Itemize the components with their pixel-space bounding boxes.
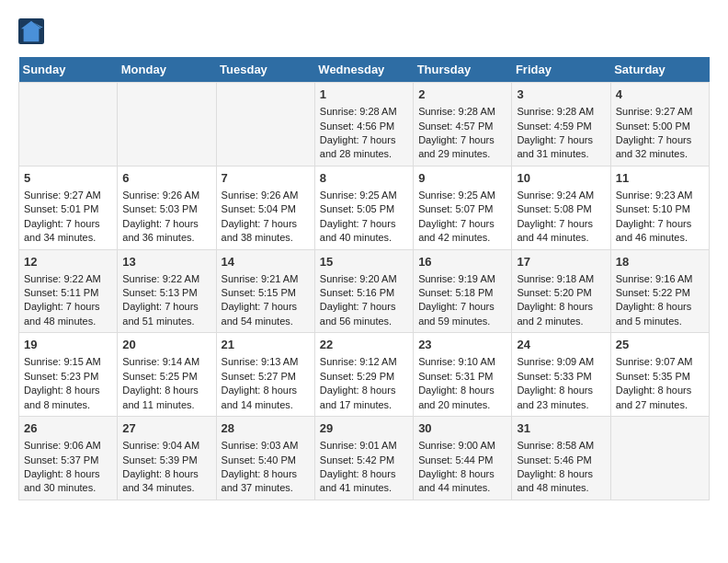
day-content: Sunrise: 9:03 AM Sunset: 5:40 PM Dayligh… bbox=[222, 439, 310, 496]
day-content: Sunrise: 9:28 AM Sunset: 4:57 PM Dayligh… bbox=[418, 105, 506, 162]
day-content: Sunrise: 9:28 AM Sunset: 4:56 PM Dayligh… bbox=[320, 105, 408, 162]
calendar-cell: 7Sunrise: 9:26 AM Sunset: 5:04 PM Daylig… bbox=[216, 166, 314, 249]
day-number: 13 bbox=[122, 254, 210, 270]
day-number: 11 bbox=[616, 170, 704, 187]
calendar-cell: 17Sunrise: 9:18 AM Sunset: 5:20 PM Dayli… bbox=[512, 249, 610, 333]
calendar-cell: 31Sunrise: 8:58 AM Sunset: 5:46 PM Dayli… bbox=[512, 417, 610, 500]
calendar-cell: 25Sunrise: 9:07 AM Sunset: 5:35 PM Dayli… bbox=[610, 333, 709, 417]
day-content: Sunrise: 9:04 AM Sunset: 5:39 PM Dayligh… bbox=[122, 439, 210, 496]
weekday-header-wednesday: Wednesday bbox=[314, 57, 413, 83]
calendar-cell bbox=[216, 83, 314, 167]
calendar-cell: 2Sunrise: 9:28 AM Sunset: 4:57 PM Daylig… bbox=[414, 83, 512, 167]
day-number: 5 bbox=[24, 170, 112, 187]
week-row-3: 12Sunrise: 9:22 AM Sunset: 5:11 PM Dayli… bbox=[19, 249, 710, 333]
day-content: Sunrise: 9:09 AM Sunset: 5:33 PM Dayligh… bbox=[517, 355, 605, 412]
day-number: 1 bbox=[320, 86, 408, 103]
day-number: 15 bbox=[320, 254, 408, 270]
calendar-cell: 24Sunrise: 9:09 AM Sunset: 5:33 PM Dayli… bbox=[512, 333, 610, 417]
calendar-cell: 14Sunrise: 9:21 AM Sunset: 5:15 PM Dayli… bbox=[216, 249, 314, 333]
day-content: Sunrise: 9:26 AM Sunset: 5:04 PM Dayligh… bbox=[222, 189, 310, 246]
logo-icon bbox=[18, 18, 44, 44]
day-content: Sunrise: 9:25 AM Sunset: 5:07 PM Dayligh… bbox=[418, 189, 506, 246]
day-number: 12 bbox=[24, 254, 112, 270]
day-content: Sunrise: 9:13 AM Sunset: 5:27 PM Dayligh… bbox=[222, 355, 310, 412]
calendar-cell: 8Sunrise: 9:25 AM Sunset: 5:05 PM Daylig… bbox=[314, 166, 413, 249]
day-number: 30 bbox=[418, 420, 506, 437]
day-content: Sunrise: 9:28 AM Sunset: 4:59 PM Dayligh… bbox=[517, 105, 605, 162]
week-row-1: 1Sunrise: 9:28 AM Sunset: 4:56 PM Daylig… bbox=[19, 83, 710, 167]
calendar-cell bbox=[610, 417, 709, 500]
logo bbox=[18, 18, 48, 44]
day-content: Sunrise: 9:15 AM Sunset: 5:23 PM Dayligh… bbox=[24, 355, 112, 412]
calendar-cell: 13Sunrise: 9:22 AM Sunset: 5:13 PM Dayli… bbox=[118, 249, 216, 333]
calendar-cell: 12Sunrise: 9:22 AM Sunset: 5:11 PM Dayli… bbox=[19, 249, 118, 333]
day-number: 18 bbox=[616, 254, 704, 270]
calendar-cell: 20Sunrise: 9:14 AM Sunset: 5:25 PM Dayli… bbox=[118, 333, 216, 417]
weekday-header-friday: Friday bbox=[512, 57, 610, 83]
calendar-cell bbox=[118, 83, 216, 167]
day-number: 17 bbox=[517, 254, 605, 270]
calendar-cell: 29Sunrise: 9:01 AM Sunset: 5:42 PM Dayli… bbox=[314, 417, 413, 500]
day-content: Sunrise: 9:27 AM Sunset: 5:01 PM Dayligh… bbox=[24, 189, 112, 246]
week-row-4: 19Sunrise: 9:15 AM Sunset: 5:23 PM Dayli… bbox=[19, 333, 710, 417]
week-row-2: 5Sunrise: 9:27 AM Sunset: 5:01 PM Daylig… bbox=[19, 166, 710, 249]
calendar-cell: 19Sunrise: 9:15 AM Sunset: 5:23 PM Dayli… bbox=[19, 333, 118, 417]
day-number: 21 bbox=[222, 337, 310, 353]
day-number: 24 bbox=[517, 337, 605, 353]
calendar-cell: 10Sunrise: 9:24 AM Sunset: 5:08 PM Dayli… bbox=[512, 166, 610, 249]
calendar-cell: 5Sunrise: 9:27 AM Sunset: 5:01 PM Daylig… bbox=[19, 166, 118, 249]
day-content: Sunrise: 9:26 AM Sunset: 5:03 PM Dayligh… bbox=[122, 189, 210, 246]
day-content: Sunrise: 9:19 AM Sunset: 5:18 PM Dayligh… bbox=[418, 272, 506, 329]
weekday-header-monday: Monday bbox=[118, 57, 216, 83]
day-number: 8 bbox=[320, 170, 408, 187]
calendar-cell: 30Sunrise: 9:00 AM Sunset: 5:44 PM Dayli… bbox=[414, 417, 512, 500]
day-number: 4 bbox=[616, 86, 704, 103]
weekday-header-saturday: Saturday bbox=[610, 57, 709, 83]
day-content: Sunrise: 9:23 AM Sunset: 5:10 PM Dayligh… bbox=[616, 189, 704, 246]
day-content: Sunrise: 9:25 AM Sunset: 5:05 PM Dayligh… bbox=[320, 189, 408, 246]
day-number: 25 bbox=[616, 337, 704, 353]
calendar-cell: 21Sunrise: 9:13 AM Sunset: 5:27 PM Dayli… bbox=[216, 333, 314, 417]
day-content: Sunrise: 9:22 AM Sunset: 5:13 PM Dayligh… bbox=[122, 272, 210, 329]
weekday-header-sunday: Sunday bbox=[19, 57, 118, 83]
calendar-cell bbox=[19, 83, 118, 167]
calendar-cell: 23Sunrise: 9:10 AM Sunset: 5:31 PM Dayli… bbox=[414, 333, 512, 417]
day-number: 19 bbox=[24, 337, 112, 353]
day-number: 9 bbox=[418, 170, 506, 187]
day-number: 31 bbox=[517, 420, 605, 437]
day-number: 28 bbox=[222, 420, 310, 437]
day-number: 22 bbox=[320, 337, 408, 353]
calendar-cell: 11Sunrise: 9:23 AM Sunset: 5:10 PM Dayli… bbox=[610, 166, 709, 249]
day-content: Sunrise: 9:01 AM Sunset: 5:42 PM Dayligh… bbox=[320, 439, 408, 496]
day-number: 23 bbox=[418, 337, 506, 353]
calendar-cell: 6Sunrise: 9:26 AM Sunset: 5:03 PM Daylig… bbox=[118, 166, 216, 249]
calendar-cell: 1Sunrise: 9:28 AM Sunset: 4:56 PM Daylig… bbox=[314, 83, 413, 167]
calendar-cell: 22Sunrise: 9:12 AM Sunset: 5:29 PM Dayli… bbox=[314, 333, 413, 417]
day-number: 2 bbox=[418, 86, 506, 103]
day-content: Sunrise: 9:24 AM Sunset: 5:08 PM Dayligh… bbox=[517, 189, 605, 246]
day-content: Sunrise: 9:12 AM Sunset: 5:29 PM Dayligh… bbox=[320, 355, 408, 412]
week-row-5: 26Sunrise: 9:06 AM Sunset: 5:37 PM Dayli… bbox=[19, 417, 710, 500]
day-number: 20 bbox=[122, 337, 210, 353]
weekday-header-tuesday: Tuesday bbox=[216, 57, 314, 83]
calendar-cell: 27Sunrise: 9:04 AM Sunset: 5:39 PM Dayli… bbox=[118, 417, 216, 500]
day-content: Sunrise: 9:16 AM Sunset: 5:22 PM Dayligh… bbox=[616, 272, 704, 329]
day-content: Sunrise: 9:10 AM Sunset: 5:31 PM Dayligh… bbox=[418, 355, 506, 412]
day-content: Sunrise: 9:06 AM Sunset: 5:37 PM Dayligh… bbox=[24, 439, 112, 496]
day-number: 14 bbox=[222, 254, 310, 270]
calendar-table: SundayMondayTuesdayWednesdayThursdayFrid… bbox=[18, 57, 710, 500]
day-content: Sunrise: 9:07 AM Sunset: 5:35 PM Dayligh… bbox=[616, 355, 704, 412]
calendar-cell: 16Sunrise: 9:19 AM Sunset: 5:18 PM Dayli… bbox=[414, 249, 512, 333]
day-content: Sunrise: 8:58 AM Sunset: 5:46 PM Dayligh… bbox=[517, 439, 605, 496]
calendar-cell: 3Sunrise: 9:28 AM Sunset: 4:59 PM Daylig… bbox=[512, 83, 610, 167]
day-number: 29 bbox=[320, 420, 408, 437]
calendar-cell: 28Sunrise: 9:03 AM Sunset: 5:40 PM Dayli… bbox=[216, 417, 314, 500]
day-content: Sunrise: 9:14 AM Sunset: 5:25 PM Dayligh… bbox=[122, 355, 210, 412]
day-number: 16 bbox=[418, 254, 506, 270]
day-content: Sunrise: 9:20 AM Sunset: 5:16 PM Dayligh… bbox=[320, 272, 408, 329]
calendar-cell: 18Sunrise: 9:16 AM Sunset: 5:22 PM Dayli… bbox=[610, 249, 709, 333]
day-content: Sunrise: 9:18 AM Sunset: 5:20 PM Dayligh… bbox=[517, 272, 605, 329]
day-number: 26 bbox=[24, 420, 112, 437]
calendar-cell: 15Sunrise: 9:20 AM Sunset: 5:16 PM Dayli… bbox=[314, 249, 413, 333]
weekday-header-thursday: Thursday bbox=[414, 57, 512, 83]
